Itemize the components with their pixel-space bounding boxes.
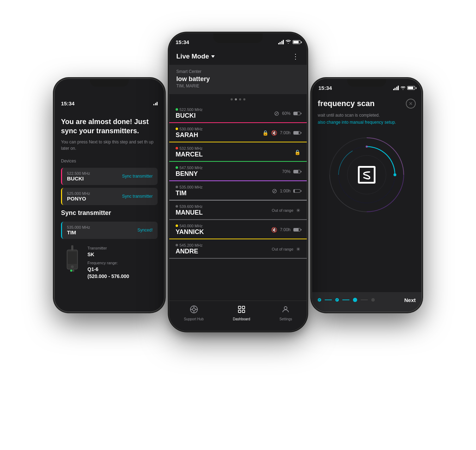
status-dot-marcel — [176, 147, 178, 149]
freq-scan-desc: wait until auto scan is completed. — [318, 112, 416, 118]
notch-left — [90, 79, 129, 87]
support-hub-icon — [190, 305, 198, 316]
svg-rect-2 — [68, 252, 77, 264]
left-screen: 15:34 You are almost done! Just sync you… — [55, 79, 164, 312]
sync-title: Sync transmitter — [61, 209, 158, 217]
almost-done-title: You are almost done! Just sync your tran… — [61, 117, 158, 135]
bottom-nav: Support Hub Dashboard Settings — [169, 301, 307, 331]
battery-tim — [293, 189, 300, 193]
sennheiser-logo — [358, 166, 376, 184]
sync-btn-bucki[interactable]: Sync transmitter — [122, 174, 153, 179]
freq-scan-title: frequency scan — [318, 99, 374, 108]
step-nav: Next — [312, 292, 421, 312]
transmitter-label: Transmitter — [87, 246, 129, 250]
phone-left: 15:34 You are almost done! Just sync you… — [55, 79, 164, 312]
time-center: 15:34 — [176, 39, 189, 45]
smart-center-names: TIM, MARIE — [176, 84, 300, 88]
step-4 — [371, 298, 375, 302]
device-row-tim[interactable]: 535.000 MHz TIM ⊘ 1:00h — [169, 181, 307, 201]
svg-point-20 — [393, 173, 396, 176]
phone-right: 15:34 frequency — [312, 79, 421, 312]
smart-center-section: Smart Center low battery TIM, MARIE — [169, 65, 307, 94]
svg-rect-14 — [238, 310, 241, 313]
bluetooth-icon-manuel: ✳ — [296, 208, 300, 213]
nav-settings-label: Settings — [279, 317, 292, 321]
nav-dashboard-label: Dashboard — [233, 317, 250, 321]
devices-label: Devices — [61, 159, 158, 164]
settings-icon — [281, 305, 290, 316]
next-button[interactable]: Next — [404, 297, 416, 303]
step-dots — [318, 298, 375, 302]
mute-icon-bucki: ⊘ — [274, 110, 279, 117]
device-item-bucki[interactable]: 522.500 MHz BUCKI Sync transmitter — [61, 168, 158, 185]
device-item-tim: 535.000 MHz TIM Synced! — [61, 222, 158, 239]
device-row-andre[interactable]: 545.200 MHz ANDRE Out of range ✳ — [169, 240, 307, 259]
device-row-sarah[interactable]: 530.000 MHz SARAH 🔒 🔇 7:00h — [169, 123, 307, 143]
device-row-marcel[interactable]: 532.500 MHz MARCEL 🔒 — [169, 143, 307, 162]
freq-range-label: Frequency range: — [87, 261, 129, 265]
battery-bucki — [293, 112, 300, 115]
svg-point-16 — [284, 307, 287, 309]
connector-2 — [342, 300, 349, 300]
sync-transmitter-section: Sync transmitter 535.000 MHz TIM Synced! — [61, 209, 158, 279]
battery-icon-right — [407, 86, 415, 90]
bluetooth-icon-andre: ✳ — [296, 246, 300, 252]
time-left: 15:34 — [61, 100, 74, 106]
battery-yannick — [293, 228, 300, 232]
transmitter-specs: Transmitter SK Frequency range: Q1-6 (52… — [87, 245, 129, 279]
transmitter-info: Transmitter SK Frequency range: Q1-6 (52… — [61, 245, 158, 279]
nav-support-hub-label: Support Hub — [184, 317, 203, 321]
status-dot-manuel — [176, 205, 178, 208]
synced-label: Synced! — [138, 228, 153, 233]
right-screen: 15:34 frequency — [312, 79, 421, 312]
battery-sarah — [293, 131, 300, 135]
smart-center-alert: low battery — [176, 75, 300, 83]
device-item-ponyo[interactable]: 525.000 MHz PONYO Sync transmitter — [61, 188, 158, 205]
nav-dashboard[interactable]: Dashboard — [233, 305, 250, 321]
status-dot-andre — [176, 244, 178, 246]
device-row-benny[interactable]: 547.500 MHz BENNY 70% — [169, 162, 307, 181]
svg-rect-1 — [71, 245, 73, 251]
status-dot-tim — [176, 186, 178, 188]
phone-center: 15:34 — [169, 33, 307, 331]
lock-icon-marcel: 🔒 — [294, 149, 300, 155]
dashboard-icon — [237, 305, 246, 316]
mute-icon-tim: ⊘ — [272, 187, 277, 195]
sync-btn-ponyo[interactable]: Sync transmitter — [122, 194, 153, 199]
svg-rect-12 — [238, 306, 241, 309]
notch-right — [347, 79, 386, 87]
dropdown-arrow[interactable] — [211, 55, 215, 58]
phones-container: 15:34 You are almost done! Just sync you… — [44, 23, 432, 428]
dots-indicator — [169, 95, 307, 104]
status-dot-yannick — [176, 224, 178, 227]
freq-range-value: Q1-6 — [87, 266, 129, 272]
svg-rect-15 — [242, 310, 245, 313]
step-1 — [318, 298, 321, 302]
signal-center — [278, 40, 284, 44]
device-row-manuel[interactable]: 539.600 MHz MANUEL Out of range ✳ — [169, 201, 307, 220]
scan-circle-area — [324, 132, 409, 217]
signal-left — [153, 102, 158, 105]
svg-point-4 — [70, 270, 72, 272]
more-menu[interactable]: ⋮ — [292, 52, 300, 61]
close-button[interactable]: ✕ — [406, 99, 416, 109]
transmitter-image — [62, 245, 82, 275]
nav-settings[interactable]: Settings — [279, 305, 292, 321]
left-content: You are almost done! Just sync your tran… — [55, 110, 164, 286]
device-row-yannick[interactable]: 540.000 MHz YANNICK 🔇 7:00h — [169, 220, 307, 240]
status-dot-bucki — [176, 108, 178, 111]
center-screen: 15:34 — [169, 33, 307, 331]
signal-right — [393, 86, 399, 90]
freq-scan-header: frequency scan ✕ — [312, 94, 421, 111]
device-row-bucki[interactable]: 522.500 MHz BUCKI ⊘ 60% — [169, 104, 307, 123]
mute-icon-sarah: 🔇 — [271, 130, 277, 136]
status-dot-sarah — [176, 128, 178, 130]
almost-done-desc: You can press Next to skip this step and… — [61, 139, 158, 152]
freq-scan-link[interactable]: also change into manual frequency setup. — [318, 120, 416, 125]
svg-rect-13 — [242, 306, 245, 309]
status-icons-right — [393, 85, 415, 91]
nav-support-hub[interactable]: Support Hub — [184, 305, 203, 321]
smart-center-label: Smart Center — [176, 69, 300, 74]
status-dot-benny — [176, 166, 178, 169]
svg-point-3 — [71, 265, 74, 268]
